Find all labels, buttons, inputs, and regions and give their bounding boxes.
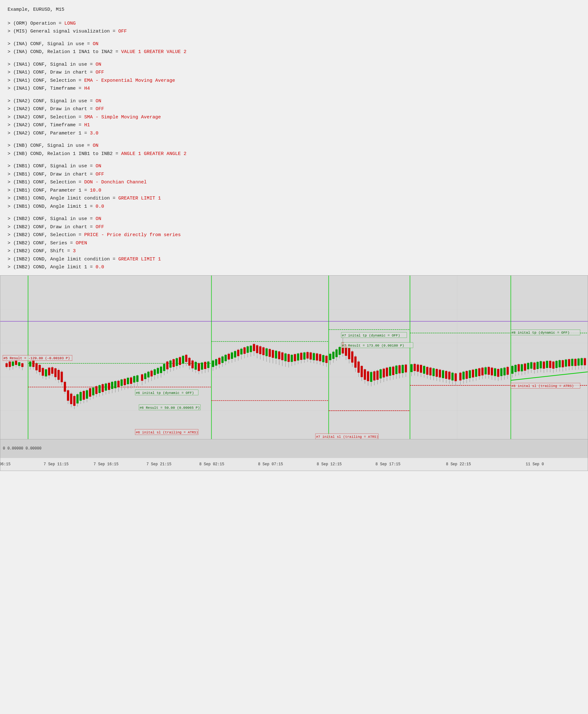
chart-container: #5 Result = -129.80 (-0.00103 P) #5 Resu… <box>0 275 588 471</box>
config-line-inb1_ang: > (INB1) COND, Angle limit condition = G… <box>7 195 581 203</box>
candles-left <box>6 333 586 409</box>
time-label: 7 Sep 21:15 <box>146 462 171 467</box>
time-axis: Sep 06:157 Sep 11:157 Sep 16:157 Sep 21:… <box>0 458 588 471</box>
config-value-inb2_conf: ON <box>96 216 101 222</box>
config-value-ina1_conf: ON <box>96 62 101 67</box>
svg-rect-247 <box>370 372 372 382</box>
svg-rect-331 <box>507 367 508 375</box>
config-section: Example, EURUSD, M15 <box>0 0 588 14</box>
svg-rect-305 <box>466 371 467 379</box>
sub-chart-label: 0 0.00000 0.00000 <box>3 446 41 451</box>
svg-rect-70 <box>89 388 91 396</box>
config-value-inb2_ang_lim: 0.0 <box>96 265 104 270</box>
svg-rect-311 <box>475 369 477 376</box>
svg-rect-208 <box>310 352 312 359</box>
svg-rect-194 <box>288 354 290 362</box>
svg-rect-148 <box>215 359 217 365</box>
svg-rect-353 <box>543 362 545 368</box>
svg-rect-102 <box>141 374 143 380</box>
svg-rect-156 <box>228 354 230 359</box>
svg-rect-126 <box>179 357 181 365</box>
svg-rect-309 <box>472 370 474 377</box>
svg-rect-146 <box>212 361 214 366</box>
svg-rect-30 <box>21 363 23 367</box>
config-value-ina_conf: ON <box>93 41 99 47</box>
config-value-ina_cond: VALUE 1 GREATER VALUE 2 <box>121 49 186 55</box>
svg-rect-96 <box>130 378 132 384</box>
config-line-inb2_conf: > (INB2) CONF, Signal in use = ON <box>7 215 581 223</box>
config-gap <box>7 158 581 162</box>
svg-rect-34 <box>33 361 35 366</box>
time-label: 8 Sep 17:15 <box>375 462 400 467</box>
config-line-inb2_series: > (INB2) CONF, Series = OPEN <box>7 239 581 247</box>
time-label: 8 Sep 12:15 <box>317 462 342 467</box>
svg-rect-233 <box>348 348 350 359</box>
svg-rect-200 <box>297 353 299 360</box>
time-label: 8 Sep 22:15 <box>446 462 471 467</box>
svg-rect-136 <box>195 362 196 370</box>
config-line-ina2_tf: > (INA2) CONF, Timeframe = H1 <box>7 121 581 129</box>
svg-rect-241 <box>361 366 363 376</box>
svg-rect-172 <box>253 344 255 351</box>
svg-rect-224 <box>336 349 338 357</box>
svg-text:#5 Result = -129.80 (-0.00103 : #5 Result = -129.80 (-0.00103 P) <box>3 356 70 360</box>
config-value-ina2_p1: 3.0 <box>90 131 99 136</box>
svg-text:#7 inital sl (trailing = ATRS): #7 inital sl (trailing = ATRS) <box>316 435 379 438</box>
config-line-ina1_conf: > (INA1) CONF, Signal in use = ON <box>7 61 581 69</box>
svg-rect-293 <box>445 371 447 379</box>
time-label: 8 Sep 02:15 <box>200 462 224 467</box>
svg-rect-160 <box>234 351 236 357</box>
svg-rect-138 <box>198 363 200 371</box>
svg-rect-154 <box>225 355 227 361</box>
config-line-inb1_conf: > (INB1) CONF, Signal in use = ON <box>7 162 581 170</box>
svg-rect-315 <box>481 368 483 375</box>
time-label: Sep 06:15 <box>0 462 10 467</box>
config-line-inb1_draw: > (INB1) CONF, Draw in chart = OFF <box>7 170 581 179</box>
svg-rect-80 <box>105 384 107 390</box>
svg-rect-28 <box>18 362 20 366</box>
config-lines-section: > (ORM) Operation = LONG> (MIS) General … <box>0 14 588 271</box>
config-value-inb2_series: OPEN <box>76 241 87 246</box>
svg-rect-32 <box>29 362 31 366</box>
config-value-inb2_ang: GREATER LIMIT 1 <box>118 257 161 262</box>
svg-rect-273 <box>414 364 416 371</box>
svg-rect-42 <box>45 369 47 376</box>
config-gap <box>7 93 581 97</box>
svg-rect-174 <box>256 345 258 353</box>
config-line-inb2_sel: > (INB2) CONF, Selection = PRICE - Price… <box>7 231 581 239</box>
svg-rect-341 <box>524 364 526 370</box>
svg-rect-176 <box>259 346 261 354</box>
svg-rect-287 <box>436 369 438 376</box>
svg-rect-108 <box>150 371 152 376</box>
svg-rect-64 <box>80 392 82 401</box>
svg-text:#6 inital sl (trailing = ATRS): #6 inital sl (trailing = ATRS) <box>136 430 198 434</box>
svg-rect-124 <box>176 358 177 366</box>
config-line-ina1_sel: > (INA1) CONF, Selection = EMA - Exponen… <box>7 77 581 85</box>
svg-rect-239 <box>358 362 360 372</box>
svg-rect-222 <box>333 352 334 358</box>
svg-rect-202 <box>300 353 302 360</box>
time-label: 7 Sep 16:15 <box>94 462 119 467</box>
config-line-ina2_sel: > (INA2) CONF, Selection = SMA - Simple … <box>7 113 581 122</box>
svg-rect-323 <box>494 368 496 376</box>
config-value-inb1_draw: OFF <box>96 172 104 177</box>
svg-rect-369 <box>568 359 570 366</box>
svg-rect-218 <box>326 356 328 362</box>
svg-line-18 <box>511 372 588 380</box>
config-value-inb1_ang_lim: 0.0 <box>96 204 104 209</box>
svg-rect-188 <box>278 351 280 359</box>
svg-rect-48 <box>55 368 57 377</box>
svg-rect-72 <box>92 388 94 395</box>
config-value-ina1_tf: H4 <box>84 86 90 91</box>
svg-rect-82 <box>108 383 110 389</box>
svg-rect-50 <box>58 370 60 380</box>
svg-rect-367 <box>565 360 567 366</box>
config-value-inb_cond: ANGLE 1 GREATER ANGLE 2 <box>121 151 186 157</box>
config-gap <box>7 36 581 40</box>
svg-rect-184 <box>272 350 274 358</box>
svg-rect-235 <box>352 351 353 362</box>
svg-rect-313 <box>478 368 480 376</box>
svg-rect-212 <box>316 353 318 360</box>
svg-rect-198 <box>294 354 296 361</box>
config-value-inb2_sel: PRICE - Price directly from series <box>84 232 181 238</box>
